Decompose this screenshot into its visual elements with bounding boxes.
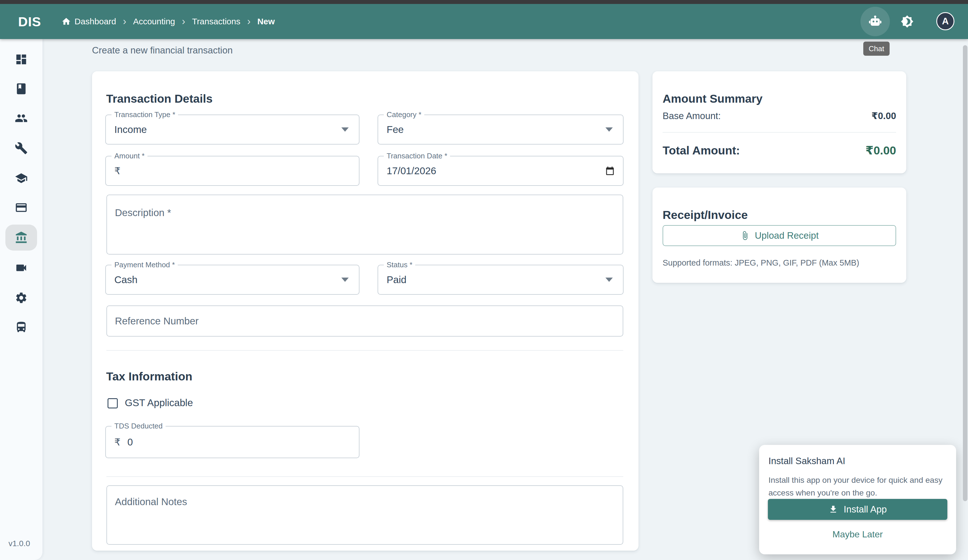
status-select[interactable]: Status * Paid [378, 265, 623, 295]
supported-formats-text: Supported formats: JPEG, PNG, GIF, PDF (… [663, 258, 859, 268]
base-amount-row: Base Amount: ₹0.00 [663, 110, 896, 121]
payment-method-select[interactable]: Payment Method * Cash [105, 265, 360, 295]
chat-bot-icon [869, 15, 882, 28]
transaction-date-input[interactable]: Transaction Date * 17/01/2026 [378, 156, 623, 186]
breadcrumb-separator: › [182, 17, 186, 26]
sidebar-item-settings[interactable] [5, 285, 37, 311]
scrollbar-thumb[interactable] [963, 45, 968, 501]
field-placeholder: Description * [115, 207, 171, 218]
sidebar-item-academics[interactable] [5, 165, 37, 191]
transaction-form-card: Transaction Details Transaction Type * I… [92, 71, 638, 551]
breadcrumb: Dashboard › Accounting › Transactions › … [61, 17, 275, 26]
top-app-bar: DIS Dashboard › Accounting › Transaction… [0, 4, 968, 39]
total-amount-row: Total Amount: ₹0.00 [663, 144, 896, 157]
bus-icon [15, 321, 28, 334]
paperclip-icon [740, 231, 750, 240]
field-label: Transaction Type * [111, 110, 178, 119]
install-app-button[interactable]: Install App [768, 499, 947, 520]
app-logo: DIS [18, 14, 41, 30]
app-screen: DIS Dashboard › Accounting › Transaction… [0, 0, 968, 560]
field-value: Cash [114, 274, 138, 286]
install-app-popup: Install Saksham AI Install this app on y… [759, 445, 956, 554]
install-body-line: Install this app on your device for quic… [769, 474, 943, 486]
dropdown-arrow-icon [605, 127, 613, 132]
total-amount-value: ₹0.00 [865, 144, 896, 157]
tds-deducted-input[interactable]: TDS Deducted ₹ 0 [105, 426, 360, 458]
field-placeholder: Reference Number [115, 316, 199, 327]
receipt-title: Receipt/Invoice [663, 208, 748, 222]
install-app-label: Install App [844, 504, 887, 515]
theme-toggle-button[interactable] [892, 7, 922, 36]
breadcrumb-accounting[interactable]: Accounting [133, 17, 175, 26]
field-label: TDS Deducted [111, 422, 166, 431]
breadcrumb-transactions[interactable]: Transactions [192, 17, 240, 26]
credit-card-icon [15, 201, 28, 214]
brightness-theme-icon [901, 15, 914, 28]
field-value: Paid [387, 274, 406, 286]
dropdown-arrow-icon [341, 127, 349, 132]
video-camera-icon [15, 261, 28, 274]
install-popup-title: Install Saksham AI [769, 456, 845, 466]
breadcrumb-separator: › [247, 17, 250, 26]
dashboard-icon [15, 53, 28, 66]
chat-button[interactable] [860, 7, 890, 36]
book-icon [15, 82, 28, 95]
category-select[interactable]: Category * Fee [378, 114, 623, 145]
avatar-initial: A [942, 16, 949, 26]
section-divider [106, 350, 623, 351]
reference-number-input[interactable]: Reference Number [106, 306, 623, 337]
summary-title: Amount Summary [663, 92, 762, 106]
upload-receipt-button[interactable]: Upload Receipt [663, 225, 896, 246]
field-label: Amount * [111, 152, 148, 160]
field-label: Status * [384, 261, 415, 269]
description-textarea[interactable]: Description * [106, 195, 623, 254]
amount-summary-card: Amount Summary Base Amount: ₹0.00 Total … [652, 71, 906, 173]
breadcrumb-label: Accounting [133, 17, 175, 26]
sidebar-item-dashboard[interactable] [5, 46, 37, 73]
sidebar-item-payments[interactable] [5, 195, 37, 221]
sidebar-nav [0, 39, 43, 560]
install-body-line: access when you're on the go. [769, 486, 943, 499]
field-placeholder: Additional Notes [115, 496, 187, 507]
breadcrumb-separator: › [123, 17, 126, 26]
bank-icon [15, 231, 28, 244]
install-popup-body: Install this app on your device for quic… [769, 474, 943, 499]
upload-receipt-label: Upload Receipt [755, 230, 819, 241]
graduation-cap-icon [15, 172, 28, 185]
sidebar-item-people[interactable] [5, 105, 37, 131]
transaction-type-select[interactable]: Transaction Type * Income [105, 114, 360, 145]
maybe-later-button[interactable]: Maybe Later [759, 529, 956, 540]
sidebar-item-accounting[interactable] [5, 225, 37, 251]
user-avatar-button[interactable]: A [936, 12, 955, 30]
gst-applicable-checkbox[interactable] [108, 398, 118, 408]
field-value: Income [114, 124, 147, 135]
field-label: Transaction Date * [384, 152, 450, 160]
breadcrumb-current: New [257, 17, 275, 26]
download-icon [829, 505, 838, 514]
breadcrumb-label: New [257, 17, 275, 26]
amount-input[interactable]: Amount * ₹ [105, 156, 360, 186]
summary-divider [663, 132, 896, 133]
sidebar-item-media[interactable] [5, 255, 37, 281]
dropdown-arrow-icon [605, 278, 613, 282]
breadcrumb-dashboard[interactable]: Dashboard [61, 17, 116, 26]
sidebar-item-courses[interactable] [5, 76, 37, 102]
chat-tooltip: Chat [863, 41, 890, 56]
field-value: 0 [128, 436, 133, 448]
home-icon [61, 17, 71, 26]
breadcrumb-label: Transactions [192, 17, 240, 26]
dropdown-arrow-icon [341, 278, 349, 282]
window-top-strip [0, 0, 968, 4]
form-title: Transaction Details [106, 92, 212, 106]
sidebar-item-maintenance[interactable] [5, 135, 37, 161]
receipt-invoice-card: Receipt/Invoice Upload Receipt Supported… [652, 188, 906, 283]
field-label: Payment Method * [111, 261, 178, 269]
app-version: v1.0.0 [8, 539, 30, 548]
calendar-icon[interactable] [605, 166, 615, 176]
people-icon [15, 112, 28, 125]
rupee-prefix: ₹ [114, 165, 121, 177]
sidebar-item-transport[interactable] [5, 314, 37, 340]
base-amount-value: ₹0.00 [872, 110, 896, 121]
gst-applicable-label: GST Applicable [125, 397, 193, 408]
additional-notes-textarea[interactable]: Additional Notes [106, 485, 623, 545]
